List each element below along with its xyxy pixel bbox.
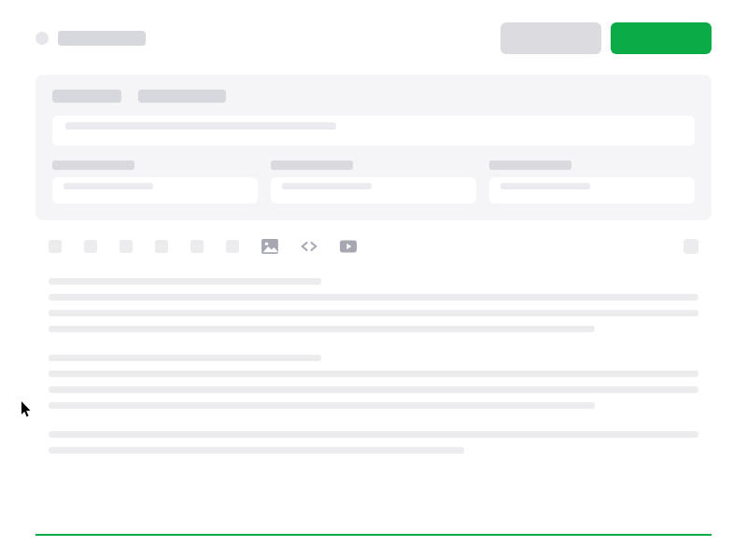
col-2-input[interactable] — [271, 177, 476, 203]
app-root — [0, 0, 747, 560]
col-2-label — [271, 161, 353, 170]
text-line — [49, 355, 321, 361]
progress-bar — [35, 534, 712, 536]
text-line — [49, 431, 698, 438]
text-line — [49, 326, 595, 332]
header-left — [35, 31, 146, 46]
code-icon[interactable] — [301, 239, 317, 254]
tool-1[interactable] — [49, 240, 62, 253]
header — [0, 0, 747, 54]
three-column-inputs — [52, 161, 695, 203]
col-2-value — [282, 183, 372, 189]
tool-5[interactable] — [190, 240, 204, 253]
tool-right-1[interactable] — [684, 239, 698, 254]
editor-toolbar — [35, 239, 712, 254]
col-3-input[interactable] — [489, 177, 695, 203]
secondary-button[interactable] — [500, 22, 601, 54]
tool-3[interactable] — [120, 240, 133, 253]
tool-4[interactable] — [155, 240, 168, 253]
toolbar-right — [684, 239, 698, 254]
col-1-label — [52, 161, 134, 170]
text-line — [49, 402, 595, 409]
col-1 — [52, 161, 258, 203]
svg-point-1 — [265, 243, 269, 246]
avatar — [35, 32, 49, 45]
paragraph-2 — [49, 355, 698, 409]
video-icon[interactable] — [340, 239, 357, 254]
primary-button[interactable] — [611, 22, 712, 54]
text-line — [49, 447, 464, 454]
col-3 — [489, 161, 695, 203]
col-1-input[interactable] — [52, 177, 258, 203]
toolbar-left — [49, 239, 357, 254]
meta-panel — [35, 75, 712, 220]
cursor-icon — [21, 401, 33, 418]
full-width-input[interactable] — [52, 116, 695, 146]
image-icon[interactable] — [261, 239, 278, 254]
col-3-label — [489, 161, 571, 170]
page-title — [58, 31, 146, 46]
panel-heading-a — [52, 90, 121, 103]
text-line — [49, 371, 698, 377]
text-line — [49, 310, 698, 316]
paragraph-3 — [49, 431, 698, 454]
col-3-value — [500, 183, 590, 189]
editor-content[interactable] — [35, 278, 712, 454]
col-2 — [271, 161, 476, 203]
text-line — [49, 294, 698, 301]
panel-heading — [52, 90, 695, 103]
panel-heading-b — [138, 90, 226, 103]
tool-6[interactable] — [226, 240, 239, 253]
paragraph-1 — [49, 278, 698, 332]
text-line — [49, 278, 321, 285]
col-1-value — [63, 183, 153, 189]
text-line — [49, 386, 698, 393]
header-actions — [500, 22, 712, 54]
full-input-value — [65, 122, 336, 130]
tool-2[interactable] — [84, 240, 97, 253]
